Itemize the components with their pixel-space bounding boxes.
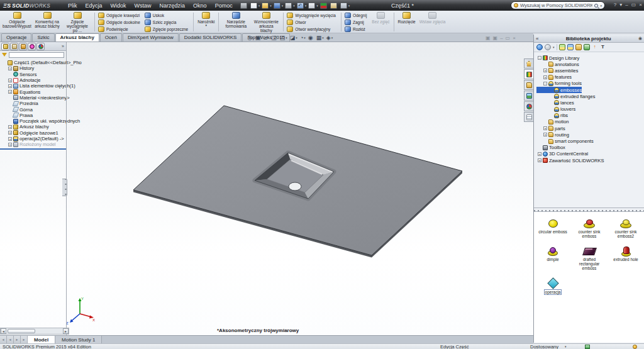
rebuild-icon[interactable] xyxy=(320,3,327,9)
model-tab[interactable]: Model xyxy=(28,336,55,343)
library-tree-item[interactable]: louvers xyxy=(536,106,575,113)
heads-up-item[interactable]: ▣ xyxy=(255,35,262,41)
help-search-box[interactable]: Wyszukaj w Pomocy SOLIDWORKS ▾ xyxy=(511,1,605,9)
expand-icon[interactable]: − xyxy=(543,82,547,86)
library-item[interactable]: counter sink emboss2 xyxy=(608,218,643,238)
library-tree-item[interactable]: + Zawartość SOLIDWORKS xyxy=(536,157,604,163)
expand-icon[interactable]: + xyxy=(8,125,12,129)
graphics-viewport[interactable]: Y X Z *Aksonometryczny trójwymiarowy xyxy=(0,42,533,335)
ribbon-button[interactable]: Wzmocnienie arkusza blachy xyxy=(251,11,281,33)
library-tree-item[interactable]: annotations xyxy=(536,61,579,67)
create-new-folder-icon[interactable] xyxy=(575,44,582,50)
close-icon[interactable]: × xyxy=(639,1,642,9)
displaymanager-tab[interactable] xyxy=(36,43,45,50)
save-icon[interactable] xyxy=(274,3,280,9)
ribbon-button[interactable]: Rozłóż xyxy=(343,26,370,32)
refresh-icon[interactable] xyxy=(584,44,590,50)
ribbon-button[interactable]: Odgięcie krawędzi xyxy=(97,12,143,18)
ribbon-button[interactable]: Narożniki ▾ xyxy=(196,11,216,33)
menu-edycja[interactable]: Edycja xyxy=(86,3,103,9)
library-tree-item[interactable]: lances xyxy=(536,99,574,106)
menu-okno[interactable]: Okno xyxy=(193,3,207,9)
expand-icon[interactable]: + xyxy=(543,133,547,136)
feature-tree-item[interactable]: Początek ukł. współrzędnych xyxy=(1,118,80,124)
ribbon-button[interactable]: Zgięcie wyciągnięte po ... xyxy=(62,11,92,33)
add-to-library-icon[interactable] xyxy=(559,44,565,50)
ribbon-button[interactable]: Odgięcie dookolne xyxy=(97,19,143,25)
view-palette-tab[interactable] xyxy=(524,91,533,101)
library-item[interactable]: circular emboss xyxy=(535,218,570,238)
command-tab[interactable]: Dodatki SOLIDWORKS xyxy=(179,33,242,42)
appearances-tab[interactable] xyxy=(524,101,533,111)
display-style-icon[interactable]: ◪ xyxy=(290,35,296,41)
hide-show-items-icon[interactable]: ◔ xyxy=(300,35,303,41)
ribbon-button[interactable]: Otwór xyxy=(286,19,339,25)
ribbon-button[interactable]: Narzędzie formowania xyxy=(221,11,251,33)
help-arrow-icon[interactable]: ▾ xyxy=(619,1,622,9)
feature-tree-item[interactable]: Prawa xyxy=(1,113,33,118)
design-library-tab[interactable] xyxy=(524,69,533,79)
ribbon-button[interactable]: Szkic zgięcia xyxy=(143,19,191,25)
heads-up-item[interactable]: ◉ xyxy=(308,35,314,41)
apply-scene-icon[interactable]: ▦ xyxy=(316,35,322,41)
add-file-location-icon[interactable] xyxy=(567,44,574,50)
doc-minimize-icon[interactable]: – xyxy=(500,35,502,41)
command-tab[interactable]: Oceń xyxy=(100,33,122,42)
status-help-coin-icon[interactable] xyxy=(633,345,637,349)
ribbon-button[interactable]: Odegnij xyxy=(343,12,370,18)
menu-widok[interactable]: Widok xyxy=(111,3,126,9)
ribbon-button[interactable]: Konwertuj na arkusz blachy xyxy=(32,11,62,33)
heads-up-item[interactable]: ▦ ▾ xyxy=(316,35,324,41)
library-tree-item[interactable]: ribs xyxy=(536,113,568,119)
ribbon-button[interactable]: Wyciągnięcie wycięcia xyxy=(286,12,339,18)
help-icon[interactable]: ? xyxy=(614,1,616,9)
previous-view-icon[interactable]: ▱ xyxy=(264,35,268,41)
library-item[interactable]: drafted rectangular emboss xyxy=(572,246,607,270)
back-icon[interactable] xyxy=(536,44,543,50)
expand-icon[interactable]: + xyxy=(8,137,12,141)
status-display-dropdown-icon[interactable]: ▾ xyxy=(565,344,567,349)
library-item[interactable]: dimple xyxy=(535,246,570,270)
feature-tree-item[interactable]: + Odgięcie bazowe1 xyxy=(1,130,58,136)
ribbon-button[interactable]: Zagnij xyxy=(343,19,370,25)
options-icon[interactable] xyxy=(340,3,347,9)
select-icon[interactable] xyxy=(308,3,315,9)
library-tree-item[interactable]: + routing xyxy=(536,131,569,138)
restore-icon[interactable]: ▭ xyxy=(631,1,636,9)
scroll-prev-icon[interactable]: ◄ xyxy=(7,336,14,343)
expand-icon[interactable]: − xyxy=(538,56,541,60)
heads-up-item[interactable]: ◎ xyxy=(247,35,253,41)
view-settings-icon[interactable]: ◈ xyxy=(326,35,331,41)
zoom-to-area-icon[interactable]: ▣ xyxy=(255,35,261,41)
feature-tree-item[interactable]: Materiał <nieokreślony> xyxy=(1,95,70,101)
configurationmanager-tab[interactable] xyxy=(19,43,27,50)
expand-icon[interactable]: + xyxy=(8,67,12,70)
tree-panel-splitter[interactable] xyxy=(0,148,66,150)
dimxpertmanager-tab[interactable] xyxy=(28,43,36,50)
ribbon-button[interactable]: Otwór wentylacyjny xyxy=(286,26,339,32)
status-display-state[interactable]: Dostosowany xyxy=(530,344,558,349)
model-tab[interactable]: Motion Study 1 xyxy=(55,336,102,343)
open-file-icon[interactable] xyxy=(262,3,269,9)
library-tree-item[interactable]: embosses xyxy=(536,87,582,93)
minimize-icon[interactable]: – xyxy=(625,1,628,9)
edit-appearance-icon[interactable]: ◉ xyxy=(308,35,313,41)
task-pane-splitter[interactable] xyxy=(534,208,644,212)
feature-tree-item[interactable]: + Arkusz blachy xyxy=(1,124,49,130)
panel-splitter-handle[interactable] xyxy=(62,179,67,196)
feature-tree-item[interactable]: + Equations xyxy=(1,89,40,94)
library-tree-item[interactable]: + 3D ContentCentral xyxy=(536,151,588,157)
propertymanager-tab[interactable] xyxy=(10,43,18,50)
feature-tree-item[interactable]: + Adnotacje xyxy=(1,77,40,83)
menu-wstaw[interactable]: Wstaw xyxy=(135,3,152,9)
expand-icon[interactable]: + xyxy=(538,152,541,156)
library-tree-item[interactable]: motion xyxy=(536,119,569,125)
expand-icon[interactable]: + xyxy=(543,69,547,72)
history-dropdown-icon[interactable]: ▾ xyxy=(553,45,555,49)
command-tab[interactable]: Operacje xyxy=(1,33,31,42)
library-tree-item[interactable]: + features xyxy=(536,74,572,80)
heads-up-item[interactable]: ◪ ▾ xyxy=(290,35,297,41)
feature-tree-item[interactable]: + History xyxy=(1,65,34,71)
library-item[interactable]: counter sink emboss xyxy=(572,218,607,238)
ribbon-button[interactable]: Podwinięcie xyxy=(97,26,143,32)
